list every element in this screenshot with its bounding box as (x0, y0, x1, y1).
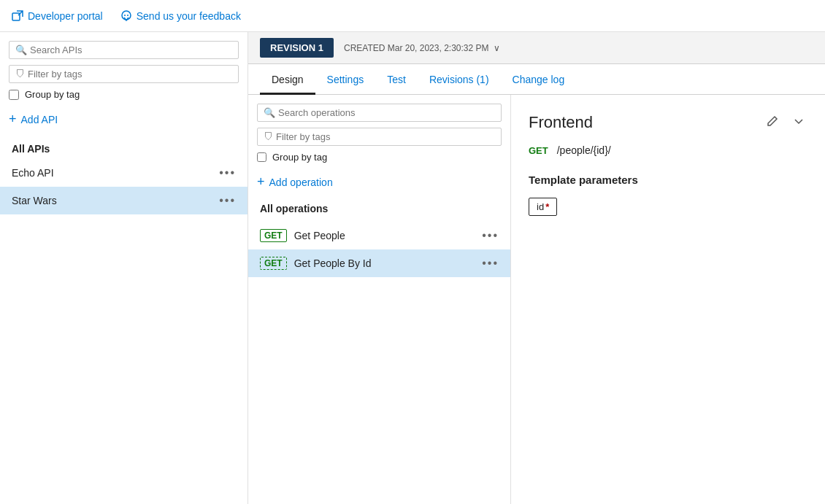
path-text: /people/{id}/ (557, 144, 611, 156)
search-operations-input[interactable] (278, 107, 495, 118)
get-people-dots[interactable]: ••• (482, 229, 499, 242)
op-item-get-people-left: GET Get People (260, 229, 345, 242)
chevron-down-icon[interactable]: ∨ (494, 43, 500, 53)
filter-icon: ⛉ (15, 69, 25, 80)
tab-test[interactable]: Test (375, 66, 418, 95)
filter-ops-tags-input[interactable] (276, 131, 495, 142)
filter-tags-input[interactable] (28, 69, 232, 80)
operations-panel: 🔍 ⛉ Group by tag + Add operation All ope… (248, 95, 511, 504)
sidebar: 🔍 ⛉ Group by tag + Add API All APIs Echo… (0, 32, 248, 504)
echo-api-dots[interactable]: ••• (219, 166, 236, 179)
content-area: REVISION 1 CREATED Mar 20, 2023, 2:30:32… (248, 32, 825, 504)
group-by-tag-checkbox[interactable] (9, 90, 19, 100)
feedback-icon (120, 10, 132, 22)
get-badge-get-people-by-id: GET (260, 257, 287, 270)
get-method-label: GET (529, 145, 548, 156)
search-icon: 🔍 (15, 44, 27, 55)
plus-icon: + (9, 112, 17, 127)
feedback-link[interactable]: Send us your feedback (120, 10, 241, 22)
group-by-tag-label: Group by tag (25, 89, 80, 100)
main-layout: 🔍 ⛉ Group by tag + Add API All APIs Echo… (0, 32, 825, 504)
topbar: Developer portal Send us your feedback (0, 0, 825, 32)
filter-ops-tags-wrapper[interactable]: ⛉ (257, 128, 502, 146)
param-required-star: * (545, 201, 549, 212)
frontend-title: Frontend (529, 113, 593, 132)
param-id-badge: id * (529, 198, 557, 216)
get-path: GET /people/{id}/ (529, 144, 807, 156)
edit-icon (767, 115, 778, 127)
svg-point-1 (122, 11, 131, 20)
all-operations-header: All operations (248, 198, 510, 219)
frontend-actions (764, 112, 807, 133)
ops-frontend: 🔍 ⛉ Group by tag + Add operation All ope… (248, 95, 825, 504)
svg-point-2 (124, 15, 126, 16)
collapse-frontend-button[interactable] (790, 112, 807, 133)
svg-point-3 (127, 15, 128, 16)
filter-ops-icon: ⛉ (264, 131, 273, 142)
search-apis-input[interactable] (30, 44, 232, 55)
tab-revisions[interactable]: Revisions (1) (418, 66, 501, 95)
frontend-panel: Frontend (511, 95, 825, 504)
search-operations-input-wrapper[interactable]: 🔍 (257, 104, 502, 122)
sidebar-item-star-wars[interactable]: Star Wars ••• (0, 187, 248, 214)
star-wars-dots[interactable]: ••• (219, 194, 236, 207)
chevron-down-icon (793, 115, 805, 127)
plus-icon: + (257, 174, 265, 190)
ops-group-by-tag-checkbox[interactable] (257, 152, 266, 162)
filter-tags-input-wrapper[interactable]: ⛉ (9, 65, 239, 83)
developer-portal-link[interactable]: Developer portal (12, 10, 103, 22)
tab-settings[interactable]: Settings (315, 66, 376, 95)
add-api-button[interactable]: + Add API (9, 112, 239, 127)
tab-design[interactable]: Design (260, 66, 315, 95)
ops-group-by-tag-wrapper: Group by tag (257, 152, 502, 163)
add-operation-button[interactable]: + Add operation (257, 174, 502, 190)
search-apis-input-wrapper[interactable]: 🔍 (9, 41, 239, 59)
edit-frontend-button[interactable] (764, 112, 781, 133)
op-item-get-people[interactable]: GET Get People ••• (248, 222, 510, 249)
tab-change-log[interactable]: Change log (501, 66, 577, 95)
external-link-icon (12, 10, 23, 22)
group-by-tag-wrapper: Group by tag (9, 89, 239, 100)
template-params-title: Template parameters (529, 174, 807, 186)
op-item-get-people-by-id-left: GET Get People By Id (260, 257, 372, 270)
revision-created: CREATED Mar 20, 2023, 2:30:32 PM ∨ (344, 43, 500, 53)
get-people-by-id-dots[interactable]: ••• (482, 257, 499, 270)
op-item-get-people-by-id[interactable]: GET Get People By Id ••• (248, 249, 510, 277)
ops-group-by-tag-label: Group by tag (272, 152, 327, 163)
all-apis-header: All APIs (0, 139, 248, 159)
template-params-list: id * (529, 198, 807, 216)
revision-bar: REVISION 1 CREATED Mar 20, 2023, 2:30:32… (248, 32, 825, 64)
search-ops-icon: 🔍 (264, 107, 275, 118)
get-badge-get-people: GET (260, 229, 287, 242)
sidebar-item-echo-api[interactable]: Echo API ••• (0, 159, 248, 187)
revision-badge: REVISION 1 (260, 38, 334, 58)
tabs: Design Settings Test Revisions (1) Chang… (248, 64, 825, 95)
frontend-header: Frontend (529, 112, 807, 133)
